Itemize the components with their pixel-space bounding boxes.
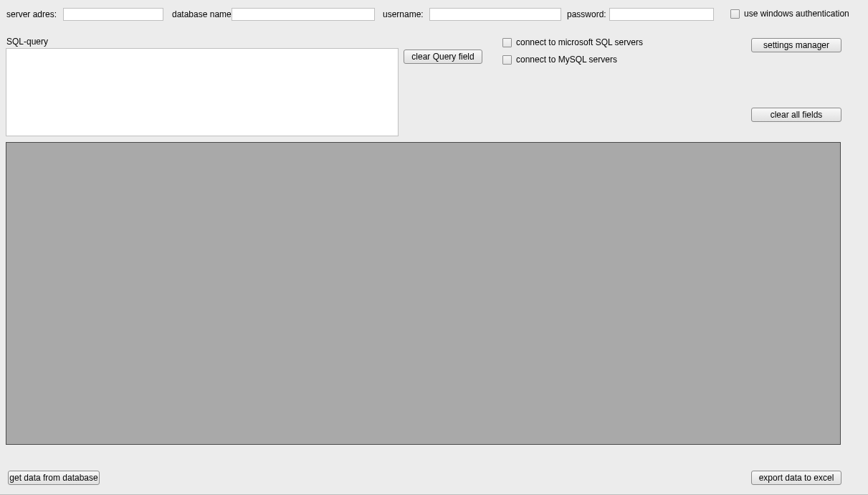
connect-mssql-checkbox[interactable]: connect to microsoft SQL servers bbox=[502, 37, 643, 47]
username-label: username: bbox=[383, 9, 424, 19]
results-data-grid[interactable] bbox=[6, 142, 841, 445]
clear-query-button[interactable]: clear Query field bbox=[404, 50, 482, 64]
windows-auth-checkbox[interactable]: use windows authentication bbox=[730, 9, 849, 19]
sql-query-input[interactable] bbox=[6, 48, 399, 136]
connect-mysql-label: connect to MySQL servers bbox=[516, 55, 617, 65]
sql-query-label: SQL-query bbox=[6, 37, 48, 47]
server-address-label: server adres: bbox=[6, 9, 57, 19]
checkbox-icon bbox=[730, 9, 740, 19]
connect-mssql-label: connect to microsoft SQL servers bbox=[516, 37, 643, 47]
database-name-input[interactable] bbox=[232, 8, 375, 21]
password-input[interactable] bbox=[609, 8, 714, 21]
export-excel-button[interactable]: export data to excel bbox=[751, 471, 841, 485]
server-address-input[interactable] bbox=[63, 8, 163, 21]
settings-manager-button[interactable]: settings manager bbox=[751, 38, 841, 52]
checkbox-icon bbox=[502, 55, 512, 65]
password-label: password: bbox=[567, 9, 606, 19]
username-input[interactable] bbox=[429, 8, 561, 21]
windows-auth-label: use windows authentication bbox=[744, 9, 849, 19]
connect-mysql-checkbox[interactable]: connect to MySQL servers bbox=[502, 55, 617, 65]
database-name-label: database name: bbox=[172, 9, 234, 19]
get-data-button[interactable]: get data from database bbox=[8, 471, 100, 485]
clear-all-fields-button[interactable]: clear all fields bbox=[751, 108, 841, 122]
checkbox-icon bbox=[502, 38, 512, 47]
